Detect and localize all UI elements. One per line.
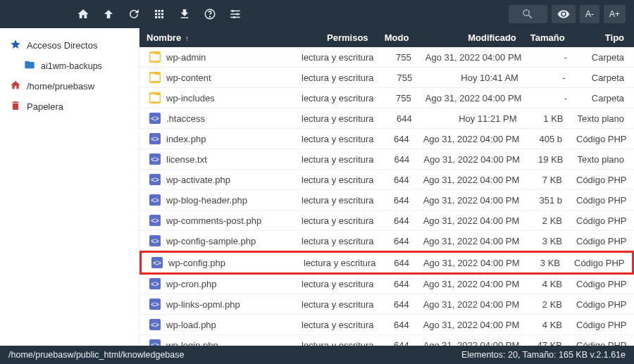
current-path: /home/pruebasw/public_html/knowledgebase xyxy=(8,350,184,360)
file-name: wp-links-opml.php xyxy=(166,299,240,310)
table-row[interactable]: wp-adminlectura y escritura755Ago 31, 20… xyxy=(139,47,634,68)
table-row[interactable]: <>wp-cron.phplectura y escritura644Ago 3… xyxy=(139,274,634,294)
table-row[interactable]: <>wp-blog-header.phplectura y escritura6… xyxy=(139,190,634,211)
file-size: 2 KB xyxy=(526,211,569,230)
table-row[interactable]: <>wp-comments-post.phplectura y escritur… xyxy=(139,211,634,231)
sidebar-item-2[interactable]: /home/pruebasw xyxy=(0,76,139,96)
file-perm: lectura y escritura xyxy=(294,336,379,346)
file-modified: Ago 31, 2022 04:00 PM xyxy=(418,48,529,67)
file-mode: 644 xyxy=(379,336,416,346)
table-row[interactable]: <>wp-config.phplectura y escritura644Ago… xyxy=(139,251,634,275)
table-row[interactable]: <>wp-links-opml.phplectura y escritura64… xyxy=(139,294,634,315)
up-button[interactable] xyxy=(97,3,120,25)
table-row[interactable]: <>index.phplectura y escritura644Ago 31,… xyxy=(139,129,634,149)
font-decrease-button[interactable]: A- xyxy=(580,5,599,23)
help-button[interactable] xyxy=(199,3,221,25)
sidebar-item-label: ai1wm-backups xyxy=(41,61,102,71)
sidebar-item-0[interactable]: Accesos Directos xyxy=(0,35,139,56)
table-row[interactable]: <>wp-config-sample.phplectura y escritur… xyxy=(139,231,634,251)
file-name: license.txt xyxy=(166,154,207,165)
file-perm: lectura y escritura xyxy=(294,48,379,67)
star-icon xyxy=(10,39,21,52)
settings-button[interactable] xyxy=(224,3,247,25)
file-size: 47 KB xyxy=(526,336,569,346)
reload-button[interactable] xyxy=(123,3,145,25)
file-name: .htaccess xyxy=(166,113,205,124)
file-name: wp-blog-header.php xyxy=(166,195,247,206)
file-mode: 755 xyxy=(379,48,418,67)
sidebar-item-label: /home/pruebasw xyxy=(27,81,94,92)
header-size[interactable]: Tamaño xyxy=(523,28,572,47)
svg-rect-7 xyxy=(230,17,240,18)
file-type: Código PHP xyxy=(569,275,634,294)
home-button[interactable] xyxy=(72,3,94,25)
svg-rect-3 xyxy=(230,11,240,12)
sidebar-item-1[interactable]: ai1wm-backups xyxy=(0,56,139,76)
file-perm: lectura y escritura xyxy=(294,211,379,230)
svg-rect-5 xyxy=(230,13,240,15)
file-modified: Ago 31, 2022 04:00 PM xyxy=(416,275,527,294)
header-mode[interactable]: Modo xyxy=(375,28,416,47)
toolbar: A- A+ xyxy=(0,0,634,28)
file-listing: Nombre↑ Permisos Modo Modificado Tamaño … xyxy=(139,28,634,346)
table-row[interactable]: <>.htaccesslectura y escritura644Hoy 11:… xyxy=(139,108,634,129)
file-size: - xyxy=(528,89,574,108)
header-modified[interactable]: Modificado xyxy=(416,28,523,47)
file-modified: Ago 31, 2022 04:00 PM xyxy=(416,232,527,251)
file-mode: 644 xyxy=(379,109,419,128)
file-modified: Hoy 10:41 AM xyxy=(419,68,526,87)
file-perm: lectura y escritura xyxy=(294,68,379,87)
file-type: Código PHP xyxy=(569,336,634,346)
folder-icon xyxy=(149,92,161,103)
table-row[interactable]: <>wp-activate.phplectura y escritura644A… xyxy=(139,170,634,190)
file-type: Código PHP xyxy=(569,232,634,251)
file-modified: Ago 31, 2022 04:00 PM xyxy=(416,130,527,149)
file-mode: 644 xyxy=(379,211,416,230)
file-perm: lectura y escritura xyxy=(294,315,379,334)
file-size: 4 KB xyxy=(526,275,569,294)
table-row[interactable]: wp-contentlectura y escritura755Hoy 10:4… xyxy=(139,68,634,88)
folder-icon xyxy=(149,51,161,63)
table-row[interactable]: <>wp-load.phplectura y escritura644Ago 3… xyxy=(139,315,634,335)
svg-point-1 xyxy=(209,16,210,17)
file-modified: Ago 31, 2022 04:00 PM xyxy=(416,211,527,230)
file-name: index.php xyxy=(166,134,206,144)
file-size: 1 KB xyxy=(524,109,571,128)
sort-indicator-icon: ↑ xyxy=(185,34,189,42)
file-modified: Ago 31, 2022 04:00 PM xyxy=(416,315,527,334)
folder-icon xyxy=(24,59,35,73)
file-type: Carpeta xyxy=(574,48,634,67)
file-name: wp-cron.php xyxy=(166,279,217,289)
statusbar: /home/pruebasw/public_html/knowledgebase… xyxy=(0,346,634,364)
visibility-toggle[interactable] xyxy=(552,5,576,23)
table-row[interactable]: <>wp-login.phplectura y escritura644Ago … xyxy=(139,335,634,346)
file-modified: Ago 31, 2022 04:00 PM xyxy=(416,295,527,314)
file-mode: 644 xyxy=(379,170,416,189)
file-mode: 644 xyxy=(379,150,416,169)
file-perm: lectura y escritura xyxy=(297,253,381,272)
table-row[interactable]: <>license.txtlectura y escritura644Ago 3… xyxy=(139,149,634,170)
table-row[interactable]: wp-includeslectura y escritura755Ago 31,… xyxy=(139,88,634,108)
header-perm[interactable]: Permisos xyxy=(294,28,375,47)
grid-view-button[interactable] xyxy=(148,3,170,25)
header-name[interactable]: Nombre↑ xyxy=(139,28,294,47)
file-modified: Ago 31, 2022 04:00 PM xyxy=(416,150,527,169)
file-size: 19 KB xyxy=(527,150,571,169)
php-file-icon: <> xyxy=(149,215,161,226)
sidebar-item-3[interactable]: Papelera xyxy=(0,96,139,117)
font-increase-button[interactable]: A+ xyxy=(604,5,626,23)
file-modified: Hoy 11:21 PM xyxy=(419,109,524,128)
file-mode: 644 xyxy=(379,275,416,294)
download-button[interactable] xyxy=(173,3,196,25)
file-type: Código PHP xyxy=(569,130,634,149)
table-header: Nombre↑ Permisos Modo Modificado Tamaño … xyxy=(139,28,634,47)
file-type: Texto plano xyxy=(571,109,635,128)
php-file-icon: <> xyxy=(149,133,161,144)
sidebar: Accesos Directosai1wm-backups/home/prueb… xyxy=(0,28,139,346)
file-name: wp-login.php xyxy=(166,340,218,346)
search-input[interactable] xyxy=(509,5,547,23)
file-size: 7 KB xyxy=(526,170,569,189)
status-info: Elementos: 20, Tamaño: 165 KB v.2.1.61e xyxy=(461,350,626,360)
file-size: - xyxy=(528,48,574,67)
header-type[interactable]: Tipo xyxy=(572,28,634,47)
